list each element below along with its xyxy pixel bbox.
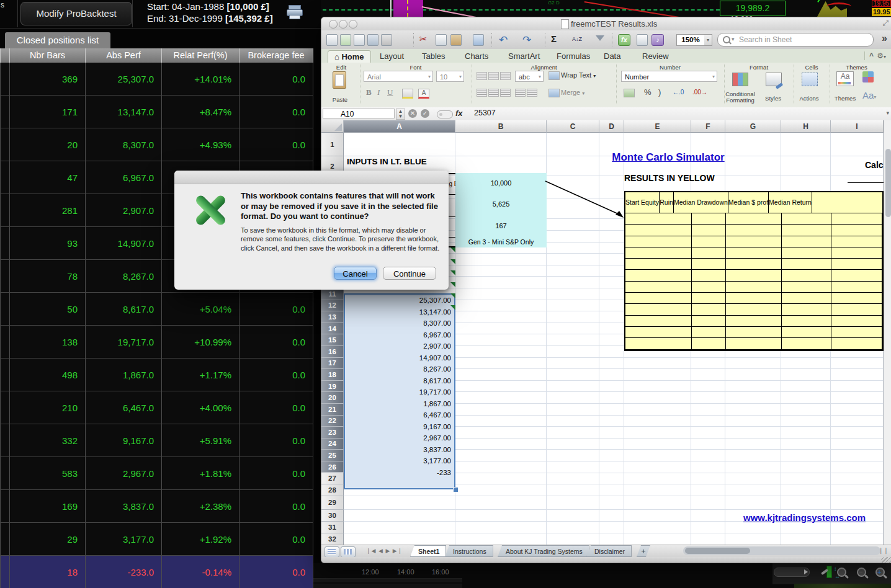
results-cell[interactable] [726,304,782,315]
cell-value[interactable]: 8,617.00 [345,375,454,387]
results-column-header[interactable]: Median $ prof [728,192,769,213]
select-all-corner[interactable] [321,120,344,133]
tab-layout[interactable]: Layout [374,50,410,62]
zoom-button[interactable] [349,20,357,29]
tab-data[interactable]: Data [598,50,627,62]
actions-icon[interactable] [802,73,818,86]
zoom-caret-icon[interactable]: ▾ [704,34,712,46]
new-workbook-icon[interactable] [326,34,338,46]
row-header-11[interactable]: 11 [321,288,344,300]
results-cell[interactable] [831,213,882,225]
column-header-A[interactable]: A [344,120,455,133]
results-cell[interactable] [625,327,692,338]
results-cell[interactable] [692,213,726,225]
results-cell[interactable] [782,338,831,349]
formula-builder-icon[interactable]: fx [618,34,630,46]
sheet-tab-disclaimer[interactable]: Disclaimer [586,545,632,557]
results-cell[interactable] [692,236,726,247]
monte-carlo-link[interactable]: Monte Carlo Simulator [598,151,738,164]
window-titlebar[interactable]: freemcTEST Results.xls ⤢ [321,17,891,31]
results-cell[interactable] [831,338,882,349]
table-row[interactable]: 18 -233.0 -0.14% 0.0 [0,556,313,588]
cell-a1[interactable]: INPUTS IN LT. BLUE [347,157,427,166]
table-row[interactable]: 369 25,307.0 +14.01% 0.0 [0,63,313,96]
results-cell[interactable] [831,247,882,259]
closed-positions-tab[interactable]: Closed positions list [5,32,110,48]
styles-label[interactable]: Styles [759,95,787,102]
results-cell[interactable] [726,282,782,293]
selection-a10-a26[interactable]: 25,307.0013,147.008,307.006,967.002,907.… [344,293,455,489]
tab-tables[interactable]: Tables [416,50,452,62]
cell-value[interactable]: 6,467.00 [345,409,454,421]
save-icon[interactable] [367,34,378,46]
align-left-icon[interactable] [477,89,487,97]
increase-decimal-icon[interactable]: ←.0 [673,89,684,96]
autosum-icon[interactable]: Σ [551,33,557,44]
row-header-32[interactable]: 32 [321,533,344,545]
row-header-29[interactable]: 29 [321,496,344,510]
copy-icon[interactable] [436,34,447,46]
results-cell[interactable] [726,259,782,270]
underline-button[interactable]: U [387,87,393,97]
row-header-20[interactable]: 20 [321,392,344,404]
cancel-button[interactable]: Cancel [334,267,377,280]
open-icon[interactable] [340,34,351,46]
row-header-17[interactable]: 17 [321,358,344,370]
row-header-22[interactable]: 22 [321,416,344,427]
media-browser-icon[interactable]: ♪ [651,34,664,46]
column-header-H[interactable]: H [781,120,831,133]
results-cell[interactable] [831,225,882,236]
table-row[interactable]: 498 1,867.0 +1.17% 0.0 [0,359,313,391]
table-row[interactable]: 583 2,967.0 +1.81% 0.0 [0,457,313,490]
cell-value[interactable]: 13,147.00 [345,306,454,318]
cell-value[interactable]: 9,167.00 [345,421,454,433]
formula-bar-caret-icon[interactable]: ▾ [886,110,889,116]
results-cell[interactable] [782,316,831,327]
results-cell[interactable] [625,338,692,349]
tab-review[interactable]: Review [636,50,675,62]
results-cell[interactable] [692,225,726,236]
formula-value[interactable]: 25307 [474,109,496,117]
resize-grip-icon[interactable] [881,557,891,563]
name-box[interactable]: A10 [323,109,395,118]
italic-button[interactable]: I [377,87,380,97]
cell-value[interactable]: -233 [345,467,454,479]
results-cell[interactable] [726,236,782,247]
function-oval-icon[interactable] [437,110,453,118]
results-cell[interactable] [692,270,726,281]
row-header-1[interactable]: 1 [321,133,344,156]
decrease-decimal-icon[interactable]: .00→ [692,89,707,96]
print-icon[interactable] [381,34,392,46]
column-header-I[interactable]: I [831,120,884,133]
results-table[interactable]: Start EquityRuinMedian DrawdownMedian $ … [624,191,884,351]
orientation-select[interactable]: abc▾ [515,71,544,82]
results-cell[interactable] [726,338,782,349]
results-cell[interactable] [692,327,726,338]
close-button[interactable] [329,20,338,29]
continue-button[interactable]: Continue [383,267,436,280]
results-cell[interactable] [782,270,831,281]
fill-color-icon[interactable] [402,89,413,99]
cell-value[interactable]: 2,907.00 [345,341,454,352]
styles-icon[interactable] [766,73,782,86]
align-bottom-icon[interactable] [500,72,511,80]
results-cell[interactable] [782,293,831,304]
website-link[interactable]: www.kjtradingsystems.com [694,512,866,523]
fill-handle[interactable] [453,487,459,492]
table-row[interactable]: 29 3,177.0 +1.92% 0.0 [0,523,313,556]
results-cell[interactable] [692,247,726,259]
tab-smartart[interactable]: SmartArt [502,50,546,62]
chart-settings-icon[interactable] [821,566,832,578]
font-name-select[interactable]: Arial▾ [364,71,433,82]
increase-indent-icon[interactable] [527,89,537,97]
results-cell[interactable] [692,282,726,293]
scroll-thumb[interactable] [885,149,891,217]
cut-icon[interactable]: ✂ [419,33,428,45]
percent-style-icon[interactable]: % [644,87,651,97]
results-column-header[interactable]: Median Return [769,192,812,213]
col-header-brokerage-fee[interactable]: Brokerage fee [239,48,313,63]
results-cell[interactable] [831,259,882,270]
col-header-relat-perf[interactable]: Relat Perf(%) [161,48,239,63]
results-cell[interactable] [831,282,882,293]
table-row[interactable]: 20 8,307.0 +4.93% 0.0 [0,128,313,161]
